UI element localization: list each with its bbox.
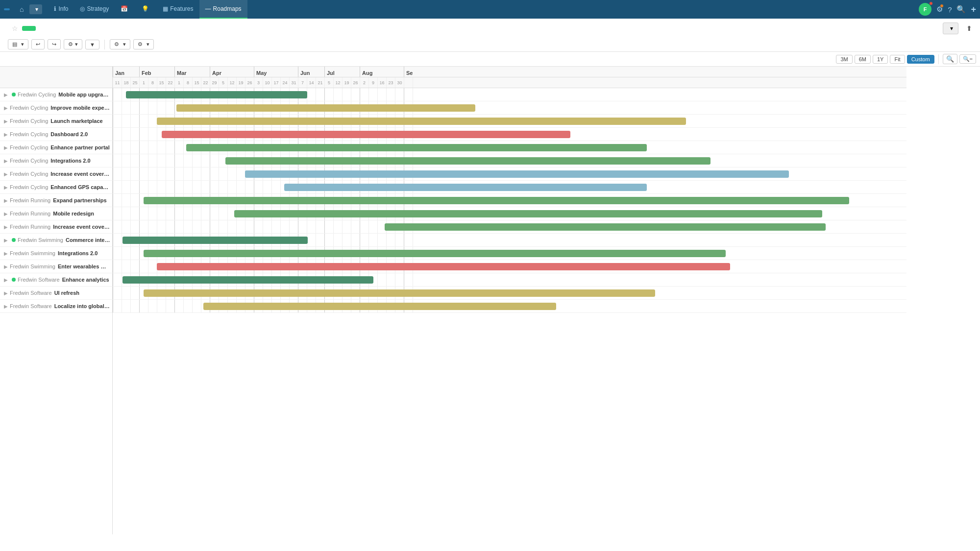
gantt-bar-row[interactable] — [113, 168, 906, 181]
help-icon[interactable]: ? — [948, 5, 952, 14]
gantt-bar-row[interactable] — [113, 220, 906, 234]
grid-cell — [395, 300, 404, 312]
gantt-bar-row[interactable] — [113, 260, 906, 273]
gantt-label-row[interactable]: ▶ Fredwin Cycling Mobile app upgrades — [0, 88, 112, 101]
gantt-label-row[interactable]: ▶ Fredwin Cycling Dashboard 2.0 — [0, 128, 112, 141]
6m-button[interactable]: 6M — [855, 55, 871, 64]
gantt-label-row[interactable]: ▶ Fredwin Cycling Improve mobile experie… — [0, 101, 112, 115]
grid-cell — [192, 115, 201, 127]
expand-icon[interactable]: ▶ — [4, 277, 8, 283]
undo-button[interactable]: ↩ — [31, 39, 45, 49]
nav-right-actions: F ⚙ ? 🔍 + — [919, 3, 976, 16]
gantt-label-row[interactable]: ▶ Fredwin Cycling Launch marketplace — [0, 115, 112, 128]
gantt-label-row[interactable]: ▶ Fredwin Running Increase event coverag… — [0, 220, 112, 234]
gantt-label-row[interactable]: ▶ Fredwin Cycling Enhance partner portal — [0, 141, 112, 154]
gantt-bar-row[interactable] — [113, 207, 906, 220]
grid-cell — [368, 247, 377, 260]
zoom-in-button[interactable]: 🔍 — [943, 54, 957, 64]
fit-button[interactable]: Fit — [890, 55, 905, 64]
expand-icon[interactable]: ▶ — [4, 158, 8, 164]
tab-info[interactable]: ℹInfo — [48, 0, 74, 19]
gantt-bar-row[interactable] — [113, 273, 906, 287]
grid-cell — [280, 260, 289, 273]
grid-cell — [307, 141, 316, 154]
gantt-label-row[interactable]: ▶ Fredwin Cycling Increase event coverag… — [0, 168, 112, 181]
gantt-label-row[interactable]: ▶ Fredwin Cycling Integrations 2.0 — [0, 154, 112, 168]
gantt-label-row[interactable]: ▶ Fredwin Cycling Enhanced GPS capabilit… — [0, 181, 112, 194]
filter-button[interactable]: ▼ — [85, 40, 99, 49]
expand-icon[interactable]: ▶ — [4, 211, 8, 216]
gantt-label-row[interactable]: ▶ Fredwin Software Enhance analytics — [0, 273, 112, 287]
zoom-out-button[interactable]: 🔍− — [959, 54, 976, 64]
workspace-filter-chip[interactable]: ⚙ ▾ — [110, 39, 130, 49]
expand-icon[interactable]: ▶ — [4, 132, 8, 137]
gantt-bar[interactable] — [385, 223, 826, 231]
grid-cell — [360, 88, 368, 101]
add-initiative-button[interactable] — [22, 26, 36, 31]
redo-button[interactable]: ↪ — [48, 39, 61, 49]
tab-releases[interactable]: 📅 — [115, 0, 136, 19]
initiative-filter-chip[interactable]: ⚙ ▾ — [133, 39, 154, 49]
tab-features[interactable]: ▦Features — [157, 0, 199, 19]
gantt-label-row[interactable]: ▶ Fredwin Swimming Commerce integrat... — [0, 234, 112, 247]
expand-icon[interactable]: ▶ — [4, 304, 8, 309]
gantt-bar-row[interactable] — [113, 234, 906, 247]
search-icon[interactable]: 🔍 — [956, 5, 966, 14]
gantt-label-row[interactable]: ▶ Fredwin Swimming Enter wearables marke… — [0, 260, 112, 273]
expand-icon[interactable]: ▶ — [4, 171, 8, 177]
grid-cell — [192, 220, 201, 233]
home-icon[interactable]: ⌂ — [16, 3, 27, 15]
expand-icon[interactable]: ▶ — [4, 290, 8, 296]
tab-strategy[interactable]: ◎Strategy — [74, 0, 115, 19]
gantt-bar-row[interactable] — [113, 300, 906, 313]
avatar[interactable]: F — [919, 3, 931, 16]
settings-icon[interactable]: ⚙ — [936, 5, 943, 14]
1y-button[interactable]: 1Y — [873, 55, 888, 64]
expand-icon[interactable]: ▶ — [4, 92, 8, 97]
page-title-row: ☆ ▾ ⬆ — [8, 23, 972, 34]
favorite-icon[interactable]: ☆ — [12, 24, 18, 32]
gantt-bar-row[interactable] — [113, 154, 906, 168]
gantt-bar-row[interactable] — [113, 141, 906, 154]
roadmap-dropdown[interactable]: ▤ ▾ — [8, 39, 28, 49]
gantt-label-row[interactable]: ▶ Fredwin Running Expand partnerships — [0, 194, 112, 207]
grid-cell — [148, 115, 157, 127]
expand-icon[interactable]: ▶ — [4, 251, 8, 256]
expand-icon[interactable]: ▶ — [4, 224, 8, 230]
views-button[interactable]: ▾ — [943, 23, 958, 34]
tab-roadmaps[interactable]: —Roadmaps — [199, 0, 247, 19]
grid-cell — [174, 247, 183, 260]
gantt-bar-row[interactable] — [113, 194, 906, 207]
expand-icon[interactable]: ▶ — [4, 238, 8, 243]
expand-icon[interactable]: ▶ — [4, 264, 8, 269]
custom-button[interactable]: Custom — [907, 55, 934, 64]
gantt-label-row[interactable]: ▶ Fredwin Software UI refresh — [0, 287, 112, 300]
gantt-bar-row[interactable] — [113, 247, 906, 260]
logo[interactable] — [4, 8, 10, 10]
gantt-bar-row[interactable] — [113, 101, 906, 115]
grid-cell — [368, 287, 377, 299]
grid-cell — [404, 115, 413, 127]
expand-icon[interactable]: ▶ — [4, 119, 8, 124]
grid-cell — [166, 141, 174, 154]
expand-icon[interactable]: ▶ — [4, 145, 8, 150]
settings-dropdown[interactable]: ⚙ ▾ — [64, 39, 82, 49]
grid-cell — [360, 300, 368, 312]
expand-icon[interactable]: ▶ — [4, 105, 8, 111]
gantt-right-panel[interactable]: JanFebMarAprMayJunJulAugSe 1118251815221… — [113, 67, 980, 534]
tab-ideas[interactable]: 💡 — [136, 0, 157, 19]
gantt-bar-row[interactable] — [113, 115, 906, 128]
gantt-bar-row[interactable] — [113, 181, 906, 194]
gantt-bar-row[interactable] — [113, 88, 906, 101]
gantt-label-row[interactable]: ▶ Fredwin Swimming Integrations 2.0 — [0, 247, 112, 260]
3m-button[interactable]: 3M — [836, 55, 852, 64]
export-icon[interactable]: ⬆ — [966, 24, 972, 32]
workspace-selector[interactable]: ▾ — [29, 4, 42, 14]
add-icon[interactable]: + — [971, 4, 976, 15]
expand-icon[interactable]: ▶ — [4, 198, 8, 203]
gantt-label-row[interactable]: ▶ Fredwin Software Localize into global … — [0, 300, 112, 313]
gantt-bar-row[interactable] — [113, 287, 906, 300]
gantt-label-row[interactable]: ▶ Fredwin Running Mobile redesign — [0, 207, 112, 220]
gantt-bar-row[interactable] — [113, 128, 906, 141]
expand-icon[interactable]: ▶ — [4, 185, 8, 190]
